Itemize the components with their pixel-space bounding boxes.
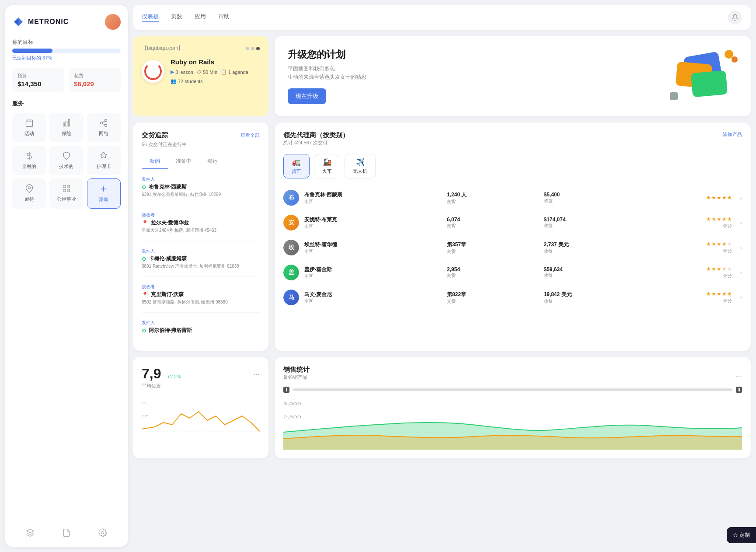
svg-line-11 — [102, 121, 105, 122]
dot-3 — [256, 47, 260, 50]
upgrade-button[interactable]: 现在升级 — [288, 88, 326, 104]
nav-pages[interactable]: 页数 — [171, 13, 182, 22]
service-public[interactable]: 公用事业 — [49, 178, 83, 209]
agent-rev-2: 2,737 美元 收益 — [544, 241, 635, 255]
service-activity[interactable]: 活动 — [12, 113, 46, 142]
share-icon — [99, 118, 108, 128]
star-5: ★ — [727, 195, 732, 201]
course-students: 👥 72 students — [171, 78, 203, 84]
svg-text:3,000: 3,000 — [283, 402, 301, 406]
agent-info-2: 埃丝特·霍华德 南区 — [304, 241, 442, 255]
shield-icon — [62, 151, 71, 161]
goal-pct: 已达到目标的 37% — [12, 55, 121, 61]
service-reception-label: 殿待 — [24, 196, 34, 203]
service-tech[interactable]: 技术的 — [49, 146, 83, 175]
service-nursing[interactable]: 护理卡 — [87, 146, 121, 175]
agent-rev-lbl-3: 收益 — [544, 273, 635, 279]
range-slider-row — [283, 387, 742, 393]
cat-drone[interactable]: ✈️ 无人机 — [345, 154, 376, 178]
service-add[interactable]: 添新 — [87, 178, 121, 209]
sales-more-button[interactable]: ··· — [735, 372, 742, 380]
service-add-label: 添新 — [99, 196, 108, 203]
service-insurance[interactable]: 保险 — [49, 113, 83, 142]
bottom-cards-row: 7,9 +2.2% ··· 平均位置 10 7.75 — [133, 357, 751, 458]
agent-name-2: 埃丝特·霍华德 — [304, 241, 442, 248]
slider-left-handle[interactable] — [283, 387, 289, 393]
svg-point-9 — [105, 124, 107, 126]
agent-arrow-1[interactable]: › — [740, 219, 742, 226]
agent-trans-lbl-1: 交货 — [447, 223, 538, 229]
tracking-item-3: 发件人 ⊙ 卡梅伦·威廉姆森 3891 Ranchview 理查森博士, 加利福… — [142, 248, 260, 277]
notification-icon[interactable] — [728, 10, 742, 24]
settings-icon[interactable] — [98, 528, 108, 538]
role-4: 接收者 — [142, 284, 260, 290]
agent-arrow-4[interactable]: › — [740, 294, 742, 301]
addr-1: 6391 埃尔金圣塞莱斯特, 特拉华州 10299 — [142, 192, 260, 198]
course-card: 【biqubiqu.com】 Ruby on Rails ▶ 3 le — [133, 36, 268, 116]
agent-rev-val-3: $59,634 — [544, 266, 635, 273]
agent-rev-val-4: 19,842 美元 — [544, 291, 635, 298]
app-name: METRONIC — [28, 18, 69, 26]
tracking-item-2: 接收者 📍 拉尔夫·爱德华兹 星家大道2464号 梅萨, 新泽西州 45463 — [142, 212, 260, 241]
service-network[interactable]: 网络 — [87, 113, 121, 142]
svg-line-10 — [102, 123, 105, 125]
tab-shipping[interactable]: 船运 — [199, 154, 226, 169]
expense-value: $8,029 — [74, 80, 115, 87]
budget-row: 预算 $14,350 花费 $8,029 — [12, 68, 121, 92]
agent-arrow-2[interactable]: › — [740, 244, 742, 251]
svg-text:7.75: 7.75 — [142, 414, 149, 418]
nav-apps[interactable]: 应用 — [195, 13, 206, 22]
service-finance[interactable]: 金融的 — [12, 146, 46, 175]
avatar[interactable] — [105, 14, 121, 30]
agent-rating-4: ★ ★ ★ ★ ★ 评分 — [641, 291, 732, 304]
category-tabs: 🚛 货车 🚂 火车 ✈️ 无人机 — [283, 154, 742, 178]
dollar-icon — [24, 151, 34, 161]
service-reception[interactable]: 殿待 — [12, 178, 46, 209]
goal-section: 你的目标 已达到目标的 37% — [12, 38, 121, 61]
agent-arrow-3[interactable]: › — [740, 269, 742, 276]
agent-rev-0: $5,400 收益 — [544, 192, 635, 204]
nav-help[interactable]: 帮助 — [218, 13, 230, 22]
truck-icon: 🚛 — [292, 158, 301, 166]
agent-stat-4: 第822章 交货 — [447, 291, 538, 304]
agent-trans-val-4: 第822章 — [447, 291, 538, 298]
cat-train[interactable]: 🚂 火车 — [314, 154, 340, 178]
name-3: ⊙ 卡梅伦·威廉姆森 — [142, 255, 260, 262]
agent-rev-lbl-2: 收益 — [544, 248, 635, 255]
sidebar: METRONIC 你的目标 已达到目标的 37% 预算 $14,350 花费 $… — [5, 5, 128, 547]
svg-rect-6 — [68, 120, 70, 126]
tab-preparing[interactable]: 准备中 — [168, 154, 199, 169]
tab-new[interactable]: 新的 — [142, 154, 168, 169]
position-value: 7,9 — [142, 366, 161, 382]
agents-title: 领先代理商（按类别） — [283, 131, 349, 140]
agent-row-2: 埃 埃丝特·霍华德 南区 第357章 交货 2,737 美元 收益 ★ — [283, 235, 742, 260]
slider-track[interactable] — [293, 388, 732, 391]
agent-info-4: 马文·麦金尼 南区 — [304, 291, 442, 304]
stars-2: ★ ★ ★ ★ ★ — [706, 241, 732, 247]
agent-stat-1: 6,074 交货 — [447, 217, 538, 229]
course-url-bar: 【biqubiqu.com】 — [142, 45, 260, 52]
agent-trans-val-3: 2,954 — [447, 266, 538, 273]
agent-trans-lbl-3: 交货 — [447, 273, 538, 279]
add-product-button[interactable]: 添加产品 — [723, 131, 742, 138]
customize-button[interactable]: ☆ 定制 — [727, 527, 756, 543]
file-icon[interactable] — [61, 528, 72, 538]
nav-dashboard[interactable]: 仪表板 — [142, 13, 159, 22]
agent-avatar-1: 安 — [283, 215, 299, 231]
course-url-text: 【biqubiqu.com】 — [142, 45, 183, 52]
slider-right-handle[interactable] — [736, 387, 742, 393]
agents-header: 领先代理商（按类别） 总计 424,567 次交付 添加产品 — [283, 131, 742, 152]
drone-icon: ✈️ — [356, 158, 365, 166]
calendar-icon — [24, 118, 34, 128]
tracking-link[interactable]: 查看全部 — [240, 132, 260, 139]
layers-icon[interactable] — [25, 528, 35, 538]
position-more-button[interactable]: ··· — [253, 370, 260, 378]
svg-text:10: 10 — [142, 401, 146, 405]
cat-truck[interactable]: 🚛 货车 — [283, 154, 310, 178]
middle-cards-row: 交货追踪 查看全部 56 次交付正在进行中 新的 准备中 船运 发件人 ⊙ 布鲁… — [133, 122, 751, 351]
agent-row-1: 安 安妮特·布莱克 南区 6,074 交货 $174,074 收益 ★ — [283, 210, 742, 235]
agent-arrow-0[interactable]: › — [740, 194, 742, 201]
grid-icon — [62, 184, 71, 193]
rocket-icon — [99, 151, 108, 161]
agent-region-0: 南区 — [304, 199, 442, 205]
